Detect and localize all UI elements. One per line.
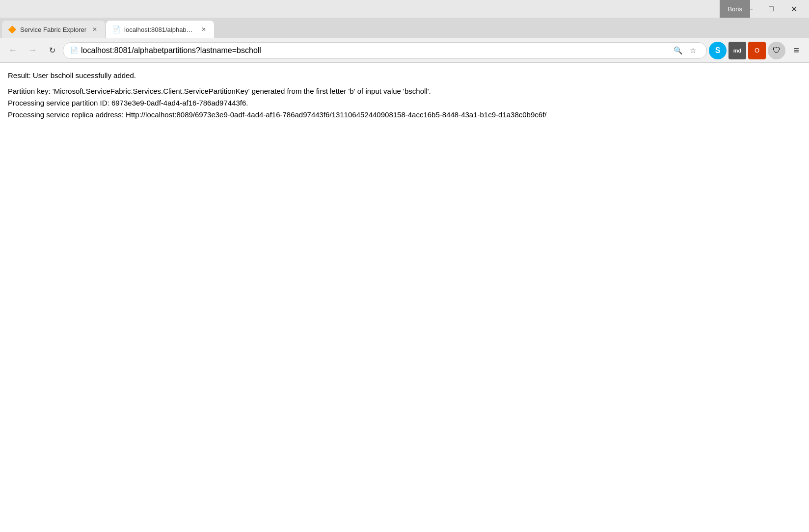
tab-favicon-1: 🔶 <box>8 26 16 33</box>
partition-key-line: Partition key: 'Microsoft.ServiceFabric.… <box>8 85 801 97</box>
shield-icon[interactable]: 🛡 <box>768 42 785 59</box>
close-button[interactable]: ✕ <box>782 0 805 18</box>
reload-button[interactable]: ↻ <box>43 42 61 59</box>
addressbar-row: ← → ↻ 📄 localhost:8081/alphabetpartition… <box>0 38 809 63</box>
skype-icon[interactable]: S <box>709 42 727 59</box>
page-content: Result: User bscholl sucessfully added. … <box>0 63 809 532</box>
result-line: Result: User bscholl sucessfully added. <box>8 70 801 81</box>
tab-favicon-2: 📄 <box>112 26 120 33</box>
address-actions: 🔍 ☆ <box>671 44 700 57</box>
tab-service-fabric[interactable]: 🔶 Service Fabric Explorer ✕ <box>2 21 105 38</box>
titlebar: Boris — □ ✕ <box>0 0 809 18</box>
tab-label-1: Service Fabric Explorer <box>20 26 86 33</box>
tab-close-1[interactable]: ✕ <box>90 25 99 34</box>
office-icon[interactable]: O <box>748 42 766 59</box>
search-button[interactable]: 🔍 <box>671 44 685 57</box>
tabbar: 🔶 Service Fabric Explorer ✕ 📄 localhost:… <box>0 18 809 38</box>
page-icon: 📄 <box>70 47 78 54</box>
tab-close-2[interactable]: ✕ <box>199 25 208 34</box>
md-icon[interactable]: md <box>728 42 746 59</box>
partition-id-line: Processing service partition ID: 6973e3e… <box>8 97 801 109</box>
restore-button[interactable]: □ <box>760 0 782 18</box>
back-button[interactable]: ← <box>4 42 22 59</box>
menu-button[interactable]: ≡ <box>787 42 805 59</box>
address-bar[interactable]: 📄 localhost:8081/alphabetpartitions?last… <box>63 42 707 59</box>
toolbar-icons: S md O 🛡 ≡ <box>709 42 805 59</box>
tab-localhost[interactable]: 📄 localhost:8081/alphabetpa... ✕ <box>106 21 214 38</box>
url-text: localhost:8081/alphabetpartitions?lastna… <box>81 46 668 55</box>
info-block: Partition key: 'Microsoft.ServiceFabric.… <box>8 85 801 121</box>
replica-address-line: Processing service replica address: Http… <box>8 109 801 121</box>
bookmark-button[interactable]: ☆ <box>686 44 700 57</box>
forward-button[interactable]: → <box>24 42 41 59</box>
user-label: Boris <box>720 0 750 18</box>
tab-label-2: localhost:8081/alphabetpa... <box>124 26 195 33</box>
